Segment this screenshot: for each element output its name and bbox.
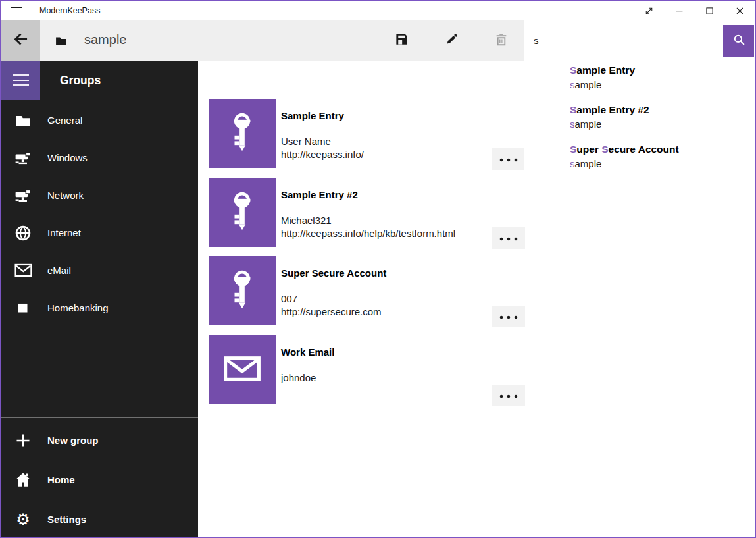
entry-detail-line: http://keepass.info/	[281, 148, 364, 161]
save-button[interactable]	[387, 20, 416, 61]
key-icon	[227, 191, 257, 234]
suggestion-subtitle: sample	[570, 118, 601, 131]
search-suggestions: Sample Entry sample Sample Entry #2 samp…	[524, 61, 755, 180]
globe-icon	[13, 225, 33, 242]
sidebar-item-label: Home	[47, 474, 75, 485]
back-button[interactable]	[1, 20, 40, 61]
search-input-value: s	[534, 35, 539, 46]
entry-title: Work Email	[281, 346, 334, 359]
more-horizontal-icon	[499, 232, 518, 244]
folder-icon	[13, 112, 33, 129]
entry-row[interactable]: Sample Entry #2 Michael321http://keepass…	[209, 178, 525, 247]
sidebar-item-internet[interactable]: Internet	[1, 214, 198, 252]
suggestion-title: Super Secure Account	[570, 142, 679, 157]
app-title: ModernKeePass	[39, 1, 100, 20]
sidebar-item-general[interactable]: General	[1, 101, 198, 139]
sidebar-item-label: General	[47, 115, 82, 126]
more-button[interactable]	[492, 148, 525, 170]
enter-fullscreen-button[interactable]	[634, 1, 664, 20]
suggestion-title: Sample Entry #2	[570, 103, 649, 117]
gear-icon: ⚙	[13, 512, 33, 527]
sidebar-item-label: Windows	[47, 152, 88, 163]
database-folder-icon	[55, 20, 68, 61]
minimize-icon	[674, 5, 685, 16]
search-input[interactable]: s	[534, 20, 540, 61]
more-horizontal-icon	[499, 311, 518, 323]
entry-tile[interactable]	[209, 178, 276, 247]
search-suggestion[interactable]: Sample Entry sample	[524, 61, 755, 100]
sidebar-item-network[interactable]: Network	[1, 176, 198, 214]
entry-detail-line: http://keepass.info/help/kb/testform.htm…	[281, 227, 455, 240]
entry-tile[interactable]	[209, 99, 276, 168]
suggestion-subtitle: sample	[570, 157, 601, 171]
sidebar-item-new-group[interactable]: New group	[1, 421, 198, 459]
command-buttons	[387, 20, 537, 61]
home-icon	[13, 471, 33, 489]
close-button[interactable]	[724, 1, 755, 20]
entry-detail-line: Michael321	[281, 214, 455, 227]
entry-detail-line: 007	[281, 292, 382, 306]
text-caret	[540, 34, 540, 47]
search-suggestion[interactable]: Super Secure Account sample	[524, 140, 755, 179]
app-window: ModernKeePass sample s Groups General Wi…	[0, 0, 756, 538]
search-box[interactable]: s	[524, 20, 755, 61]
key-icon	[227, 269, 257, 313]
entry-detail-line: http://supersecure.com	[281, 306, 382, 319]
entry-details: Michael321http://keepass.info/help/kb/te…	[281, 214, 455, 240]
titlebar-hamburger-icon[interactable]	[11, 1, 30, 20]
mail-outline-icon	[13, 263, 33, 277]
sidebar-item-label: New group	[47, 435, 99, 446]
square-icon	[13, 300, 33, 317]
sidebar-item-email[interactable]: eMail	[1, 252, 198, 289]
entry-row[interactable]: Super Secure Account 007http://supersecu…	[209, 256, 525, 325]
back-arrow-icon	[12, 30, 30, 51]
plus-icon	[13, 432, 33, 449]
window-controls	[634, 1, 755, 20]
entry-details: johndoe	[281, 371, 316, 385]
fullscreen-icon	[643, 5, 655, 16]
sidebar-item-label: Settings	[47, 514, 86, 525]
edit-button[interactable]	[437, 20, 466, 61]
minimize-button[interactable]	[664, 1, 694, 20]
network-icon	[13, 187, 33, 204]
more-button[interactable]	[492, 227, 525, 249]
mail-tile-icon	[223, 354, 261, 386]
sidebar-item-settings[interactable]: ⚙ Settings	[1, 500, 198, 538]
entry-detail-line: User Name	[281, 135, 364, 148]
maximize-button[interactable]	[694, 1, 724, 20]
entry-row[interactable]: Sample Entry User Namehttp://keepass.inf…	[209, 99, 525, 168]
nav-hamburger-button[interactable]	[1, 61, 40, 100]
entry-details: 007http://supersecure.com	[281, 292, 382, 319]
entry-row[interactable]: Work Email johndoe	[209, 335, 525, 404]
more-button[interactable]	[492, 385, 525, 406]
groups-heading: Groups	[60, 72, 101, 89]
entry-tile[interactable]	[209, 335, 276, 404]
sidebar-divider	[1, 417, 198, 418]
sidebar-item-home[interactable]: Home	[1, 461, 198, 498]
entry-title: Sample Entry	[281, 109, 344, 122]
key-icon	[227, 112, 257, 155]
sidebar-item-homebanking[interactable]: Homebanking	[1, 289, 198, 327]
sidebar-item-label: eMail	[47, 265, 71, 276]
more-horizontal-icon	[499, 153, 518, 165]
search-button[interactable]	[723, 25, 754, 57]
search-suggestion[interactable]: Sample Entry #2 sample	[524, 100, 755, 140]
sidebar: Groups General Windows Network Internet …	[1, 61, 198, 537]
database-name: sample	[84, 20, 126, 61]
more-button[interactable]	[492, 306, 525, 327]
edit-icon	[444, 32, 459, 49]
search-icon	[732, 32, 746, 49]
command-bar: sample s	[1, 20, 755, 61]
more-horizontal-icon	[499, 390, 518, 402]
sidebar-item-label: Internet	[47, 227, 81, 238]
entry-tile[interactable]	[209, 256, 276, 325]
sidebar-item-label: Homebanking	[47, 302, 109, 313]
sidebar-item-windows[interactable]: Windows	[1, 139, 198, 176]
delete-button	[487, 20, 516, 61]
delete-icon	[494, 32, 509, 49]
maximize-icon	[704, 5, 715, 16]
titlebar: ModernKeePass	[1, 1, 755, 20]
entry-title: Super Secure Account	[281, 267, 386, 280]
suggestion-title: Sample Entry	[570, 63, 635, 78]
entry-title: Sample Entry #2	[281, 188, 358, 202]
